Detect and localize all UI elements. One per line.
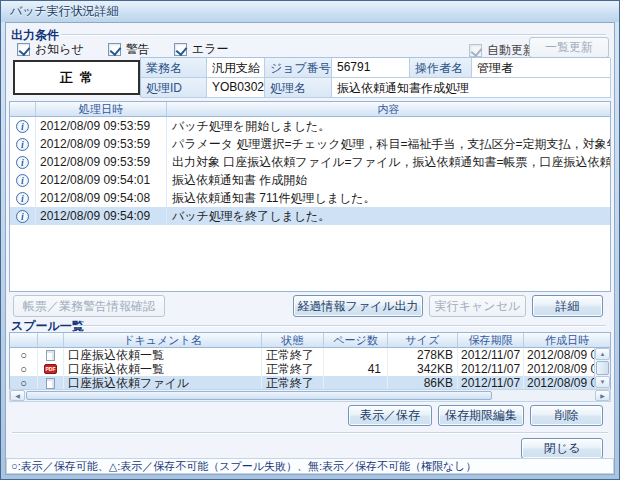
availability-mark: ○ — [10, 348, 38, 362]
retention-date: 2012/11/07 — [458, 348, 524, 362]
spool-header-document[interactable]: ドキュメント名 — [64, 333, 262, 348]
close-button[interactable]: 閉じる — [521, 438, 603, 459]
pdf-file-icon: PDF — [44, 364, 57, 374]
log-time: 2012/08/09 09:53:59 — [36, 117, 167, 135]
spool-row[interactable]: ○ 口座振込依頼一覧 正常終了 278KB 2012/11/07 2012/08… — [10, 348, 610, 362]
availability-mark: ○ — [10, 376, 38, 390]
created-datetime: 2012/08/09 09:5 — [524, 362, 596, 376]
file-size: 86KB — [388, 376, 458, 390]
page-count: 41 — [324, 362, 388, 376]
page-count — [324, 376, 388, 390]
process-name-value: 振込依頼通知書作成処理 — [332, 78, 611, 98]
document-name: 口座振込依頼ファイル — [64, 376, 262, 390]
footer-separator — [12, 432, 608, 433]
job-number-label: ジョブ番号 — [265, 58, 332, 78]
execution-cancel-button[interactable]: 実行キャンセル — [429, 295, 526, 317]
business-name-label: 業務名 — [141, 58, 207, 78]
process-name-label: 処理名 — [265, 78, 332, 98]
log-content: 出力対象 口座振込依頼ファイル=ファイル，振込依頼通知書=帳票，口座振込依頼一覧… — [167, 153, 610, 171]
spool-header-status[interactable]: 状態 — [262, 333, 324, 348]
document-name: 口座振込依頼一覧 — [64, 362, 262, 376]
scroll-left-icon[interactable]: ◀ — [10, 390, 25, 401]
availability-mark: ○ — [10, 362, 38, 376]
log-content: 振込依頼通知書 作成開始 — [167, 171, 610, 189]
delete-button[interactable]: 削除 — [530, 405, 603, 426]
log-time: 2012/08/09 09:54:09 — [36, 207, 167, 225]
retention-date: 2012/11/07 — [458, 376, 524, 390]
spool-status: 正常終了 — [262, 362, 324, 376]
spool-vertical-scrollbar[interactable]: ▲ ▼ — [594, 348, 610, 388]
horizontal-scroll-thumb[interactable] — [26, 391, 492, 400]
dialog-titlebar[interactable]: バッチ実行状況詳細 — [1, 1, 620, 22]
log-time: 2012/08/09 09:53:59 — [36, 153, 167, 171]
batch-status-dialog: バッチ実行状況詳細 出力条件 お知らせ 警告 エラー 自動更新 一覧更新 正常 … — [0, 0, 620, 480]
log-row[interactable]: i 2012/08/09 09:54:08 振込依頼通知書 711件処理しました… — [10, 189, 610, 207]
file-size: 278KB — [388, 348, 458, 362]
output-conditions-rule — [61, 34, 606, 35]
spool-header-mark-col — [10, 333, 38, 348]
notice-checkbox[interactable] — [17, 43, 30, 56]
spool-header-retention[interactable]: 保存期限 — [458, 333, 524, 348]
document-file-icon — [46, 350, 55, 361]
created-datetime: 2012/08/09 09:5 — [524, 348, 596, 362]
log-header-content[interactable]: 内容 — [167, 102, 610, 117]
progress-file-output-button[interactable]: 経過情報ファイル出力 — [293, 295, 423, 317]
spool-status: 正常終了 — [262, 376, 324, 390]
info-icon: i — [16, 120, 29, 133]
spool-header-pages[interactable]: ページ数 — [324, 333, 388, 348]
log-row[interactable]: i 2012/08/09 09:53:59 出力対象 口座振込依頼ファイル=ファ… — [10, 153, 610, 171]
warning-checkbox[interactable] — [108, 43, 121, 56]
operator-name-label: 操作者名 — [410, 58, 472, 78]
error-checkbox-label: エラー — [192, 41, 229, 58]
output-condition-checkboxes: お知らせ 警告 エラー — [17, 41, 228, 58]
spool-row[interactable]: ○ PDF 口座振込依頼一覧 正常終了 41 342KB 2012/11/07 … — [10, 362, 610, 376]
spool-row-selected[interactable]: ○ 口座振込依頼ファイル 正常終了 86KB 2012/11/07 2012/0… — [10, 376, 610, 390]
spool-header-icon-col — [38, 333, 64, 348]
process-id-value: YOB03020 — [207, 78, 265, 98]
scroll-right-icon[interactable]: ▶ — [595, 390, 610, 401]
report-warning-info-button[interactable]: 帳票／業務警告情報確認 — [13, 295, 165, 317]
log-row[interactable]: i 2012/08/09 09:53:59 パラメータ 処理選択=チェック処理，… — [10, 135, 610, 153]
log-row[interactable]: i 2012/08/09 09:54:01 振込依頼通知書 作成開始 — [10, 171, 610, 189]
status-box: 正常 — [13, 60, 140, 95]
scroll-up-icon[interactable]: ▲ — [595, 348, 610, 360]
business-name-value: 汎用支給 — [207, 58, 265, 78]
notice-checkbox-item[interactable]: お知らせ — [17, 41, 84, 58]
scroll-down-icon[interactable]: ▼ — [595, 376, 610, 388]
spool-horizontal-scrollbar[interactable]: ◀ ▶ — [9, 389, 611, 402]
created-datetime: 2012/08/09 09:5 — [524, 376, 596, 390]
auto-update-checkbox[interactable] — [469, 44, 482, 57]
notice-checkbox-label: お知らせ — [35, 41, 84, 58]
job-number-value: 56791 — [332, 58, 410, 78]
spool-header-created[interactable]: 作成日時 — [524, 333, 610, 348]
process-log-table: 処理日時 内容 i 2012/08/09 09:53:59 バッチ処理を開始しま… — [9, 101, 611, 292]
error-checkbox-item[interactable]: エラー — [174, 41, 229, 58]
edit-retention-button[interactable]: 保存期限編集 — [438, 405, 524, 426]
spool-table-header: ドキュメント名 状態 ページ数 サイズ 保存期限 作成日時 — [10, 333, 610, 348]
info-icon: i — [16, 192, 29, 205]
log-content: バッチ処理を終了しました。 — [167, 207, 610, 225]
retention-date: 2012/11/07 — [458, 362, 524, 376]
vertical-scroll-thumb[interactable] — [596, 361, 609, 374]
info-icon: i — [16, 210, 29, 223]
log-content: バッチ処理を開始しました。 — [167, 117, 610, 135]
log-header-icon-col — [10, 102, 36, 117]
warning-checkbox-item[interactable]: 警告 — [108, 41, 150, 58]
log-time: 2012/08/09 09:54:01 — [36, 171, 167, 189]
spool-table: ドキュメント名 状態 ページ数 サイズ 保存期限 作成日時 ○ 口座振込依頼一覧… — [9, 332, 611, 389]
file-size: 342KB — [388, 362, 458, 376]
log-content: パラメータ 処理選択=チェック処理，科目=福祉手当，支払区分=定期支払，対象年月… — [167, 135, 610, 153]
view-save-button[interactable]: 表示／保存 — [348, 405, 432, 426]
log-header-time[interactable]: 処理日時 — [36, 102, 167, 117]
log-content: 振込依頼通知書 711件処理しました。 — [167, 189, 610, 207]
detail-button[interactable]: 詳細 — [532, 295, 603, 317]
job-info-table: 業務名 汎用支給 ジョブ番号 56791 操作者名 管理者 処理ID YOB03… — [140, 57, 610, 97]
spool-header-size[interactable]: サイズ — [388, 333, 458, 348]
log-time: 2012/08/09 09:53:59 — [36, 135, 167, 153]
log-row-selected[interactable]: i 2012/08/09 09:54:09 バッチ処理を終了しました。 — [10, 207, 610, 225]
spool-status: 正常終了 — [262, 348, 324, 362]
refresh-list-button[interactable]: 一覧更新 — [529, 37, 609, 58]
legend-text: ○:表示／保存可能、△:表示／保存不可能（スプール失敗）、無:表示／保存不可能（… — [11, 460, 477, 472]
error-checkbox[interactable] — [174, 43, 187, 56]
log-row[interactable]: i 2012/08/09 09:53:59 バッチ処理を開始しました。 — [10, 117, 610, 135]
